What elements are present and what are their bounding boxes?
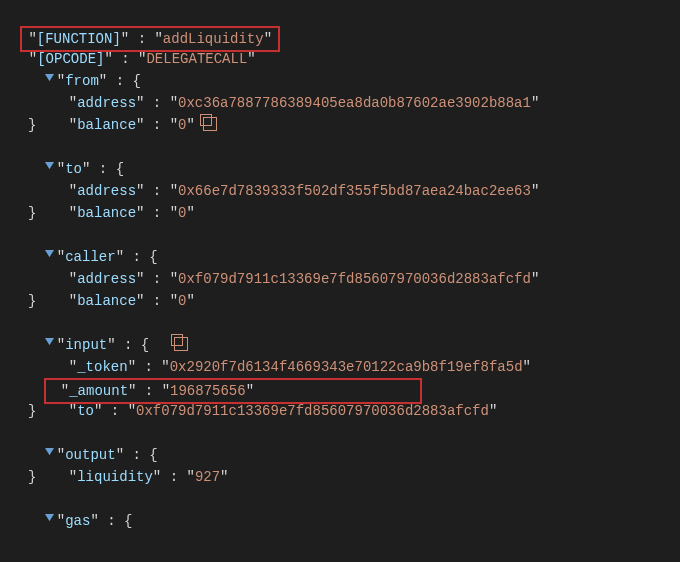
json-line-from-open: "from" : { xyxy=(0,48,680,70)
json-line-from-balance: "balance" : "0" xyxy=(0,92,680,114)
json-line-output-liquidity: "liquidity" : "927" xyxy=(0,444,680,466)
json-line-input-to: "to" : "0xf079d7911c13369e7fd85607970036… xyxy=(0,378,680,400)
json-line-caller-balance: "balance" : "0" xyxy=(0,268,680,290)
json-line-from-address: "address" : "0xc36a7887786389405ea8da0b8… xyxy=(0,70,680,92)
toggle-icon[interactable] xyxy=(45,510,55,532)
json-line-caller-close: } xyxy=(0,290,680,312)
json-line-output-open: "output" : { xyxy=(0,422,680,444)
json-line-to-open: "to" : { xyxy=(0,136,680,158)
json-line-caller-address: "address" : "0xf079d7911c13369e7fd856079… xyxy=(0,246,680,268)
json-line-to-address: "address" : "0x66e7d7839333f502df355f5bd… xyxy=(0,158,680,180)
json-line-opcode: "[OPCODE]" : "DELEGATECALL" xyxy=(0,26,680,48)
json-line-input-token: "_token" : "0x2920f7d6134f4669343e70122c… xyxy=(0,334,680,356)
json-line-caller-open: "caller" : { xyxy=(0,224,680,246)
json-line-to-close: } xyxy=(0,202,680,224)
json-line-input-close: } xyxy=(0,400,680,422)
json-line-to-balance: "balance" : "0" xyxy=(0,180,680,202)
json-line-function: "[FUNCTION]" : "addLiquidity" xyxy=(0,4,680,26)
json-line-input-open: "input" : { xyxy=(0,312,680,334)
svg-marker-5 xyxy=(45,514,54,521)
json-line-from-close: } xyxy=(0,114,680,136)
json-line-input-amount: "_amount" : "196875656" xyxy=(0,356,680,378)
json-line-gas: "gas" : { xyxy=(0,488,680,510)
json-line-output-close: } xyxy=(0,466,680,488)
